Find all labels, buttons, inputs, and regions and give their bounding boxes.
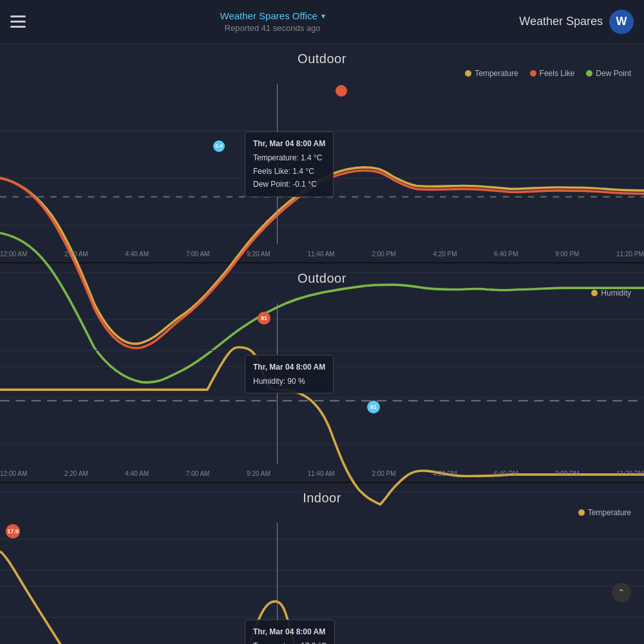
legend-item: Temperature [465,69,518,78]
scroll-up-button[interactable]: ⌃ [612,583,631,602]
x-axis: 12:00 AM2:20 AM4:40 AM7:00 AM9:20 AM11:4… [0,466,644,482]
x-axis-label: 6:40 PM [494,470,518,477]
legend-label: Dew Point [596,69,631,78]
dropdown-arrow-icon: ▾ [321,12,325,21]
x-axis: 12:00 AM2:20 AM4:40 AM7:00 AM9:20 AM11:4… [0,246,644,262]
brand: Weather Spares W [519,10,634,34]
chart-legend-outdoor-temp: TemperatureFeels LikeDew Point [0,69,644,80]
x-axis-label: 12:00 AM [0,251,27,258]
data-marker [336,85,347,97]
x-axis-label: 9:00 PM [555,470,579,477]
x-axis-label: 12:00 AM [0,470,27,477]
charts-container: OutdoorTemperatureFeels LikeDew Point0.4… [0,44,644,644]
legend-label: Temperature [475,69,518,78]
x-axis-label: 6:40 PM [494,251,518,258]
x-axis-label: 9:20 AM [247,251,270,258]
chart-title-outdoor-temp: Outdoor [0,44,644,69]
x-axis-label: 11:40 AM [307,251,334,258]
header-center: Weather Spares Office ▾ Reported 41 seco… [220,10,325,33]
chart-wrapper-outdoor-temp[interactable]: 0.4Thr, Mar 04 8:00 AMTemperature: 1.4 °… [0,80,644,262]
chart-section-outdoor-temp: OutdoorTemperatureFeels LikeDew Point0.4… [0,44,644,263]
data-marker: 81 [367,401,380,413]
location-label: Weather Spares Office [220,10,317,21]
brand-logo: W [609,10,634,34]
header: Weather Spares Office ▾ Reported 41 seco… [0,0,644,44]
data-marker: 17.9 [6,524,20,538]
x-axis-label: 4:40 AM [125,251,149,258]
brand-name: Weather Spares [519,15,603,28]
data-marker: 91 [258,312,270,325]
x-axis-label: 11:20 PM [616,251,644,258]
legend-item: Dew Point [586,69,631,78]
legend-dot-icon [530,70,536,77]
x-axis-label: 2:20 AM [64,251,88,258]
x-axis-label: 7:00 AM [186,251,210,258]
chart-wrapper-outdoor-humidity[interactable]: 9181Thr, Mar 04 8:00 AMHumidity: 90 %929… [0,300,644,482]
x-axis-label: 11:20 PM [616,470,644,477]
x-axis-label: 2:20 AM [64,470,88,477]
x-axis-label: 7:00 AM [186,470,210,477]
chart-svg-indoor-temp [0,523,644,644]
data-marker: 0.4 [213,140,225,152]
x-axis-label: 2:00 PM [372,251,395,258]
hamburger-menu[interactable] [10,15,26,28]
x-axis-label: 2:00 PM [372,470,395,477]
x-axis-label: 4:20 PM [433,470,457,477]
chart-wrapper-indoor-temp[interactable]: 17.9Thr, Mar 04 8:00 AMTemperature: 17.2… [0,520,644,644]
x-axis-label: 9:00 PM [555,251,579,258]
location-selector[interactable]: Weather Spares Office ▾ [220,10,325,21]
x-axis-label: 11:40 AM [307,470,334,477]
x-axis-label: 9:20 AM [247,470,270,477]
legend-label: Feels Like [540,69,575,78]
legend-dot-icon [586,70,592,77]
legend-dot-icon [465,70,471,77]
legend-item: Feels Like [530,69,575,78]
reported-time: Reported 41 seconds ago [225,23,321,33]
x-axis-label: 4:40 AM [125,470,149,477]
x-axis-label: 4:20 PM [433,251,457,258]
